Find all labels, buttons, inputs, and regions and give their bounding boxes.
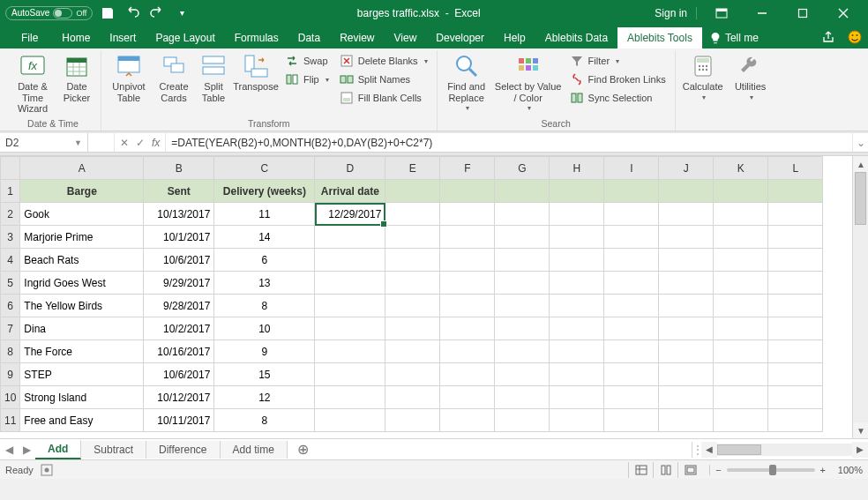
cell[interactable]: [495, 340, 550, 363]
cell[interactable]: [604, 340, 659, 363]
tab-ablebits-tools[interactable]: Ablebits Tools: [617, 27, 702, 49]
vertical-scrollbar[interactable]: ▲ ▼: [852, 156, 868, 438]
enter-formula-icon[interactable]: ✓: [136, 137, 145, 149]
horizontal-scrollbar[interactable]: ⋮ ◀ ▶: [692, 442, 868, 458]
cell[interactable]: The Yellow Birds: [20, 295, 144, 317]
row-header[interactable]: 9: [1, 363, 20, 386]
cell[interactable]: [604, 409, 659, 432]
cell[interactable]: [714, 226, 768, 249]
cell[interactable]: [714, 363, 768, 386]
autosave-switch[interactable]: [53, 8, 72, 19]
sign-in-button[interactable]: Sign in: [646, 7, 697, 19]
zoom-slider[interactable]: [727, 468, 815, 472]
save-icon[interactable]: [98, 4, 117, 23]
cell[interactable]: [659, 226, 714, 249]
cell[interactable]: 10/2/2017: [144, 317, 214, 340]
macro-record-icon[interactable]: [41, 464, 53, 476]
maximize-icon[interactable]: [783, 0, 822, 26]
cell[interactable]: 10/13/2017: [144, 203, 214, 226]
date-time-wizard-button[interactable]: fx Date & Time Wizard: [11, 52, 55, 115]
cell[interactable]: [315, 226, 385, 249]
cell[interactable]: [714, 295, 768, 317]
cancel-formula-icon[interactable]: ✕: [120, 137, 129, 149]
cell[interactable]: [495, 295, 550, 317]
expand-formula-bar-icon[interactable]: ⌄: [852, 133, 868, 152]
cell[interactable]: [768, 409, 823, 432]
col-header[interactable]: C: [214, 157, 315, 180]
zoom-in-button[interactable]: +: [820, 465, 826, 475]
cell[interactable]: [604, 226, 659, 249]
cell[interactable]: [315, 272, 385, 295]
row-header[interactable]: 4: [1, 249, 20, 272]
cell[interactable]: [550, 272, 604, 295]
cell[interactable]: [604, 317, 659, 340]
tab-insert[interactable]: Insert: [100, 27, 146, 49]
cell[interactable]: [315, 295, 385, 317]
header-delivery[interactable]: Delivery (weeks): [214, 180, 315, 203]
cell[interactable]: [659, 272, 714, 295]
col-header[interactable]: J: [659, 157, 714, 180]
cell[interactable]: [440, 363, 495, 386]
cell[interactable]: Gook: [20, 203, 144, 226]
tab-help[interactable]: Help: [494, 27, 535, 49]
sheet-tab-add[interactable]: Add: [35, 440, 81, 459]
cell[interactable]: 12: [214, 386, 315, 409]
cell[interactable]: [385, 295, 440, 317]
scroll-left-icon[interactable]: ◀: [701, 442, 717, 458]
cell[interactable]: [768, 317, 823, 340]
cell[interactable]: [495, 409, 550, 432]
delete-blanks-button[interactable]: Delete Blanks▾: [336, 52, 431, 70]
split-names-button[interactable]: Split Names: [336, 71, 431, 88]
cell[interactable]: [659, 203, 714, 226]
cell[interactable]: [550, 363, 604, 386]
fill-blank-cells-button[interactable]: Fill Blank Cells: [336, 89, 431, 107]
tab-home[interactable]: Home: [52, 27, 100, 49]
row-header[interactable]: 8: [1, 340, 20, 363]
tab-formulas[interactable]: Formulas: [225, 27, 288, 49]
sheet-tab-add-time[interactable]: Add time: [221, 441, 288, 459]
cell[interactable]: [495, 386, 550, 409]
cell[interactable]: [550, 249, 604, 272]
cell[interactable]: [714, 272, 768, 295]
cell[interactable]: [440, 249, 495, 272]
select-all-triangle[interactable]: [1, 157, 20, 180]
tab-developer[interactable]: Developer: [426, 27, 494, 49]
cell[interactable]: Strong Island: [20, 386, 144, 409]
cell[interactable]: 9/29/2017: [144, 272, 214, 295]
scroll-down-icon[interactable]: ▼: [853, 422, 868, 438]
formula-input[interactable]: =DATE(YEAR(B2)+0,MONTH(B2)+0,DAY(B2)+0+C…: [166, 133, 852, 152]
cell[interactable]: [440, 226, 495, 249]
row-header[interactable]: 1: [1, 180, 20, 203]
cell[interactable]: [385, 226, 440, 249]
undo-icon[interactable]: [123, 4, 142, 23]
qat-customize-icon[interactable]: ▾: [172, 4, 191, 23]
col-header[interactable]: I: [604, 157, 659, 180]
cell[interactable]: [495, 272, 550, 295]
cell[interactable]: [440, 272, 495, 295]
tabs-resize-grip[interactable]: ⋮: [692, 444, 701, 456]
cell[interactable]: [315, 363, 385, 386]
cell[interactable]: [315, 409, 385, 432]
cell[interactable]: [550, 386, 604, 409]
cell[interactable]: [495, 226, 550, 249]
select-by-value-color-button[interactable]: Select by Value / Color ▾: [494, 52, 563, 112]
cell[interactable]: [385, 386, 440, 409]
close-icon[interactable]: [824, 0, 863, 26]
hscroll-thumb[interactable]: [717, 444, 761, 455]
cell[interactable]: [495, 317, 550, 340]
cell[interactable]: Free and Easy: [20, 409, 144, 432]
row-header[interactable]: 11: [1, 409, 20, 432]
tab-page-layout[interactable]: Page Layout: [146, 27, 224, 49]
vscroll-thumb[interactable]: [855, 172, 866, 225]
cell[interactable]: [385, 203, 440, 226]
unpivot-table-button[interactable]: Unpivot Table: [107, 52, 151, 103]
create-cards-button[interactable]: Create Cards: [154, 52, 193, 103]
cell[interactable]: [315, 386, 385, 409]
zoom-slider-knob[interactable]: [769, 465, 776, 475]
cell[interactable]: [495, 249, 550, 272]
col-header[interactable]: B: [144, 157, 214, 180]
cell[interactable]: 10/6/2017: [144, 249, 214, 272]
cell[interactable]: [385, 409, 440, 432]
cell[interactable]: [604, 249, 659, 272]
col-header[interactable]: A: [20, 157, 144, 180]
